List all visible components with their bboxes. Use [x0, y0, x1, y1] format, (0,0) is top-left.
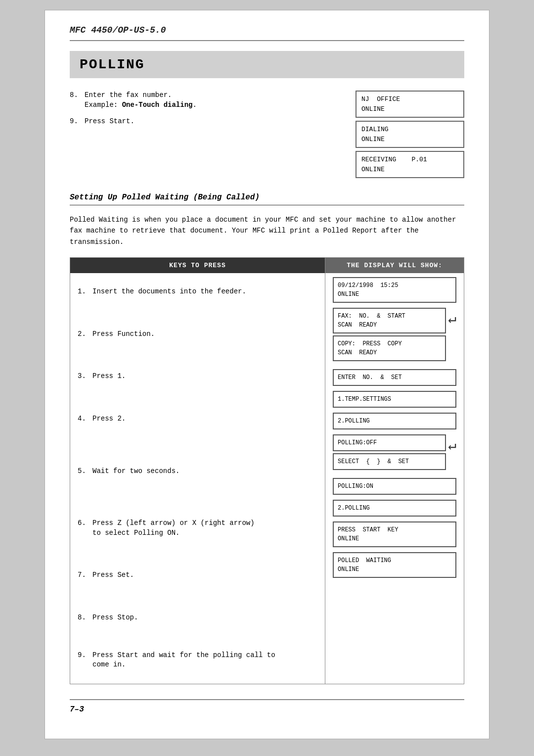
- key-step-4: 4. Press 2.: [78, 405, 317, 433]
- step-num-8: 8.: [70, 91, 80, 110]
- lcd-enter-no: ENTER NO. & SET: [333, 369, 456, 386]
- lcd-line1: NJ OFFICE: [361, 94, 458, 104]
- lcd-polled-waiting: POLLED WAITINGONLINE: [333, 552, 456, 578]
- lcd-nj-office: NJ OFFICE ONLINE: [356, 91, 464, 118]
- lcd-line2: ONLINE: [361, 135, 458, 144]
- col-keys-body: 1. Insert the documents into the feeder.…: [70, 273, 325, 684]
- top-lcd-stack: NJ OFFICE ONLINE DIALING ONLINE RECEIVIN…: [356, 91, 464, 178]
- main-table: KEYS TO PRESS 1. Insert the documents in…: [70, 257, 464, 684]
- step-text: Press Start and wait for the polling cal…: [92, 651, 275, 670]
- lcd-2-polling-b: 2.POLLING: [333, 500, 456, 517]
- top-step-1: 8. Enter the fax number.Example: One-Tou…: [70, 91, 336, 110]
- model-name: MFC 4450/OP-US-5.0: [70, 25, 166, 35]
- top-content: 8. Enter the fax number.Example: One-Tou…: [70, 91, 464, 178]
- key-step-3: 3. Press 1.: [78, 363, 317, 390]
- col-keys: KEYS TO PRESS 1. Insert the documents in…: [70, 258, 325, 684]
- step-num: 2.: [78, 330, 88, 339]
- lcd-temp-settings: 1.TEMP.SETTINGS: [333, 391, 456, 408]
- top-step-2: 9. Press Start.: [70, 117, 336, 127]
- page-footer: 7–3: [70, 699, 464, 714]
- lcd-press-start: PRESS START KEYONLINE: [333, 521, 456, 547]
- description-text: Polled Waiting is when you place a docum…: [70, 214, 464, 247]
- col-display: THE DISPLAY WILL SHOW: 09/12/1998 15:25O…: [325, 258, 464, 684]
- section-title: POLLING: [70, 51, 464, 78]
- step-text: Press Stop.: [92, 613, 138, 623]
- lcd-receiving: RECEIVING P.01 ONLINE: [356, 151, 464, 178]
- lcd-polling-off-wrapper: POLLING:OFF SELECT { } & SET ↵: [333, 434, 456, 470]
- top-steps: 8. Enter the fax number.Example: One-Tou…: [70, 91, 336, 178]
- step-num: 7.: [78, 570, 88, 580]
- key-step-8: 8. Press Stop.: [78, 604, 317, 632]
- lcd-polling-group: POLLING:OFF SELECT { } & SET: [333, 434, 446, 470]
- step-num: 5.: [78, 467, 88, 476]
- lcd-line2: ONLINE: [361, 104, 458, 114]
- step-num-9: 9.: [70, 117, 80, 127]
- key-step-1: 1. Insert the documents into the feeder.: [78, 278, 317, 306]
- step-num: 6.: [78, 519, 88, 538]
- key-step-6: 6. Press Z (left arrow) or X (right arro…: [78, 510, 317, 547]
- lcd-fax-group: FAX: NO. & STARTSCAN READY COPY: PRESS C…: [333, 308, 446, 361]
- lcd-fax-wrapper: FAX: NO. & STARTSCAN READY COPY: PRESS C…: [333, 308, 456, 361]
- key-step-5: 5. Wait for two seconds.: [78, 458, 317, 485]
- col-display-header: THE DISPLAY WILL SHOW:: [325, 258, 464, 273]
- lcd-line2: ONLINE: [361, 165, 458, 175]
- brace-arrow-1: ↵: [448, 313, 456, 327]
- lcd-line1: DIALING: [361, 125, 458, 135]
- step-num: 9.: [78, 651, 88, 670]
- step-text: Press Z (left arrow) or X (right arrow)t…: [92, 519, 255, 538]
- lcd-polling-off: POLLING:OFF: [333, 434, 446, 451]
- lcd-2-polling-a: 2.POLLING: [333, 413, 456, 429]
- lcd-dialing: DIALING ONLINE: [356, 121, 464, 148]
- step-num: 8.: [78, 613, 88, 623]
- lcd-fax-no: FAX: NO. & STARTSCAN READY: [333, 308, 446, 333]
- brace-arrow-2: ↵: [448, 439, 456, 453]
- sub-title: Setting Up Polled Waiting (Being Called): [70, 193, 464, 205]
- key-step-9: 9. Press Start and wait for the polling …: [78, 642, 317, 679]
- col-keys-header: KEYS TO PRESS: [70, 258, 325, 273]
- step-text-8: Enter the fax number.Example: One-Touch …: [85, 91, 197, 110]
- lcd-line1: RECEIVING P.01: [361, 155, 458, 165]
- page-num-bottom: 7–3: [70, 705, 84, 714]
- lcd-copy-press: COPY: PRESS COPYSCAN READY: [333, 335, 446, 361]
- lcd-datetime: 09/12/1998 15:25ONLINE: [333, 277, 456, 303]
- step-text-9: Press Start.: [85, 117, 134, 127]
- step-num: 4.: [78, 414, 88, 424]
- lcd-polling-on: POLLING:ON: [333, 478, 456, 495]
- step-text: Insert the documents into the feeder.: [92, 287, 246, 297]
- display-section: 09/12/1998 15:25ONLINE FAX: NO. & STARTS…: [325, 273, 464, 582]
- lcd-select: SELECT { } & SET: [333, 453, 446, 470]
- page-inner: MFC 4450/OP-US-5.0 POLLING 8. Enter the …: [44, 10, 490, 739]
- key-step-2: 2. Press Function.: [78, 321, 317, 348]
- step-text: Press 1.: [92, 372, 126, 381]
- key-step-7: 7. Press Set.: [78, 562, 317, 589]
- step-num: 3.: [78, 372, 88, 381]
- step-text: Press Function.: [92, 330, 155, 339]
- step-num: 1.: [78, 287, 88, 297]
- step-text: Press 2.: [92, 414, 126, 424]
- step-text: Wait for two seconds.: [92, 467, 179, 476]
- page-outer: MFC 4450/OP-US-5.0 POLLING 8. Enter the …: [20, 10, 514, 756]
- header-area: MFC 4450/OP-US-5.0: [70, 25, 464, 41]
- step-text: Press Set.: [92, 570, 134, 580]
